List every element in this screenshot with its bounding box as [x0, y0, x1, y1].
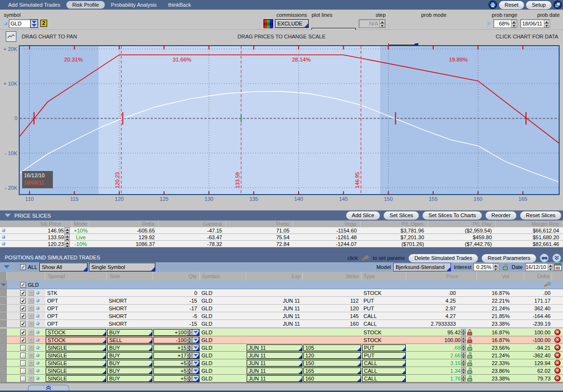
delete-trade-button[interactable]: ✕: [554, 344, 561, 351]
setup-button[interactable]: Setup: [526, 1, 551, 9]
row-checkbox[interactable]: [20, 360, 26, 366]
row-chart-button[interactable]: ≈: [28, 298, 34, 304]
row-checkbox[interactable]: [20, 330, 26, 335]
row-dot-icon[interactable]: [36, 306, 39, 310]
col-vol[interactable]: Vol: [477, 272, 524, 281]
price-lock-icon[interactable]: [467, 344, 472, 351]
row-checkbox[interactable]: [20, 337, 26, 343]
row-checkbox[interactable]: [20, 298, 26, 304]
spread-select[interactable]: SINGLE: [46, 352, 106, 359]
col-p-l-open[interactable]: P/L Open: [361, 220, 428, 227]
prob-range-stepper[interactable]: 68%: [493, 19, 517, 28]
strike-select[interactable]: 105: [303, 344, 361, 351]
spread-select[interactable]: SINGLE: [46, 344, 106, 351]
row-dot-icon[interactable]: [36, 377, 39, 380]
row-chart-button[interactable]: ≈: [28, 337, 34, 343]
price-lock-icon[interactable]: [467, 352, 472, 358]
exp-select[interactable]: JUN 11: [247, 352, 302, 359]
qty-spinner[interactable]: [187, 375, 192, 381]
col-side[interactable]: Side: [107, 272, 153, 281]
qty-dropdown-button[interactable]: [192, 337, 199, 343]
row-dot-icon[interactable]: [36, 314, 39, 318]
spread-select[interactable]: STOCK: [46, 329, 106, 336]
slice-price-spinner[interactable]: [64, 227, 70, 233]
strike-select[interactable]: 120: [303, 352, 361, 359]
strike-select[interactable]: 160: [303, 375, 361, 382]
row-chart-button[interactable]: ≈: [28, 330, 34, 335]
side-select[interactable]: BUY: [107, 344, 152, 351]
trade-date-calendar-icon[interactable]: [554, 263, 562, 270]
row-dot-icon[interactable]: [36, 361, 39, 365]
tab-probability-analysis[interactable]: Probability Analysis: [106, 1, 162, 9]
qty-spinner[interactable]: [461, 375, 466, 381]
qty-spinner[interactable]: [461, 344, 466, 351]
qty-spinner[interactable]: [187, 352, 192, 358]
col-p-l-day[interactable]: P/L Day: [428, 220, 496, 227]
col-spread[interactable]: Spread: [45, 272, 107, 281]
slice-dot-icon[interactable]: [2, 242, 5, 245]
side-select[interactable]: BUY: [107, 375, 152, 382]
col-mode[interactable]: Mode: [72, 220, 89, 227]
row-checkbox[interactable]: [20, 321, 26, 327]
row-dot-icon[interactable]: [36, 338, 39, 342]
row-chart-button[interactable]: ≈: [28, 345, 34, 351]
strike-select[interactable]: 165: [303, 368, 361, 374]
qty-stepper[interactable]: +5: [153, 375, 200, 382]
row-chart-button[interactable]: ≈: [28, 360, 34, 366]
type-select[interactable]: CALL: [362, 360, 406, 367]
model-select[interactable]: Bjerksund-Stensland: [393, 263, 451, 271]
all-checkbox[interactable]: [20, 264, 26, 270]
row-checkbox[interactable]: [20, 306, 26, 311]
show-filter-select[interactable]: Show All: [39, 263, 88, 271]
type-select[interactable]: PUT: [362, 352, 406, 359]
col-delta[interactable]: Delta: [524, 272, 552, 281]
exp-select[interactable]: JUN 11: [247, 375, 302, 382]
col-delta[interactable]: Delta: [89, 220, 159, 227]
detach-button[interactable]: [553, 0, 562, 9]
trade-date-stepper[interactable]: 16/12/10: [525, 263, 554, 271]
slice-dot-icon[interactable]: [2, 229, 5, 232]
col-price[interactable]: Price: [406, 272, 477, 281]
reorder-button[interactable]: Reorder: [486, 211, 516, 220]
spread-select[interactable]: SINGLE: [46, 360, 106, 367]
tab-risk-profile[interactable]: Risk Profile: [66, 1, 105, 9]
add-slice-button[interactable]: Add Slice: [346, 211, 380, 220]
side-select[interactable]: SELL: [107, 337, 152, 343]
interest-spinner[interactable]: [493, 263, 498, 271]
col-stk-price[interactable]: Stk Price: [0, 220, 72, 227]
col-theta[interactable]: Theta: [226, 220, 293, 227]
delete-trade-button[interactable]: ✕: [554, 375, 561, 381]
col-exp[interactable]: Exp: [246, 272, 303, 281]
delete-trade-button[interactable]: ✕: [554, 352, 561, 358]
slice-dot-icon[interactable]: [2, 235, 5, 239]
symbol-dropdown-button[interactable]: [30, 19, 38, 28]
group-checkbox[interactable]: [20, 282, 26, 288]
spread-select[interactable]: STOCK: [46, 337, 106, 343]
row-dot-icon[interactable]: [36, 346, 39, 349]
qty-dropdown-button[interactable]: [192, 344, 199, 351]
qty-stepper[interactable]: +17: [153, 352, 200, 359]
qty-spinner[interactable]: [187, 368, 192, 374]
col-gamma[interactable]: Gamma: [159, 220, 226, 227]
group-wrench-icon[interactable]: [544, 282, 551, 287]
row-chart-button[interactable]: ≈: [28, 321, 34, 327]
qty-stepper[interactable]: +5: [153, 368, 200, 374]
row-chart-button[interactable]: ≈: [28, 376, 34, 381]
qty-spinner[interactable]: [461, 352, 466, 358]
step-stepper[interactable]: N/A: [359, 19, 386, 28]
reset-slices-button[interactable]: Reset Slices: [520, 211, 561, 220]
print-button[interactable]: [488, 0, 497, 9]
tab-add-simulated-trades[interactable]: Add Simulated Trades: [3, 1, 65, 9]
side-select[interactable]: BUY: [107, 329, 152, 336]
type-select[interactable]: PUT: [362, 344, 406, 351]
exp-select[interactable]: JUN 11: [247, 368, 302, 374]
chart-style-grid-icon[interactable]: [263, 19, 273, 28]
exp-select[interactable]: JUN 11: [247, 344, 302, 351]
trade-date-spinner[interactable]: [548, 263, 553, 271]
qty-dropdown-button[interactable]: [192, 329, 199, 335]
exp-select[interactable]: JUN 11: [247, 360, 302, 367]
row-chart-button[interactable]: ≈: [28, 290, 34, 296]
col-type[interactable]: Type: [362, 272, 406, 281]
qty-stepper[interactable]: +100: [153, 329, 200, 336]
set-slices-button[interactable]: Set Slices: [384, 211, 419, 220]
